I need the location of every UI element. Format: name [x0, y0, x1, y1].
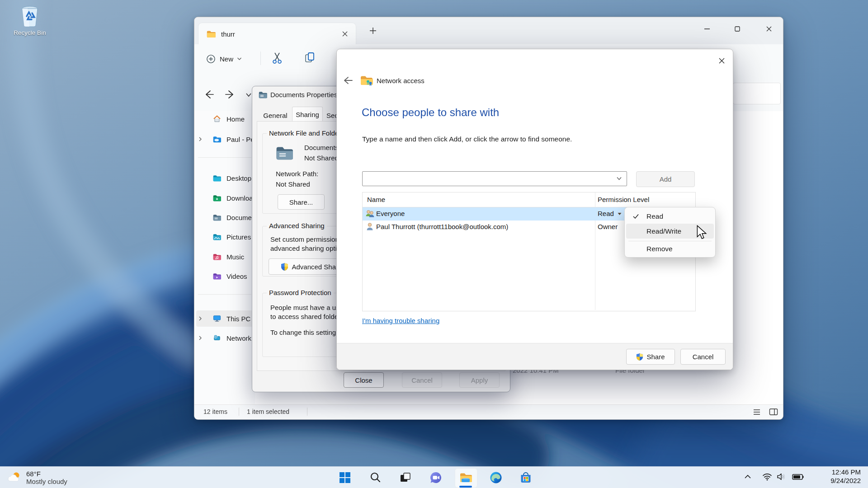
- trouble-sharing-link[interactable]: I'm having trouble sharing: [362, 317, 439, 324]
- tab-general[interactable]: General: [261, 109, 289, 122]
- add-button[interactable]: Add: [636, 171, 695, 187]
- sidebar-item-onedrive[interactable]: Paul - Personal: [194, 131, 255, 147]
- onedrive-folder-icon: [213, 136, 221, 143]
- documents-properties-icon: [259, 91, 267, 99]
- apply-button[interactable]: Apply: [459, 372, 500, 388]
- volume-icon[interactable]: [777, 473, 787, 481]
- videos-folder-icon: [213, 273, 221, 280]
- network-access-icon: [360, 75, 373, 86]
- status-items-count: 12 items: [203, 408, 227, 415]
- network-path-value: Not Shared: [276, 180, 310, 188]
- copy-icon[interactable]: [303, 51, 316, 65]
- home-icon: [213, 115, 221, 123]
- back-icon[interactable]: [340, 73, 356, 88]
- sidebar-item-documents[interactable]: Documents: [194, 209, 255, 225]
- wifi-icon[interactable]: [762, 473, 772, 481]
- recycle-bin-shortcut[interactable]: Recycle Bin: [8, 4, 52, 45]
- expand-chevron-icon[interactable]: [198, 316, 203, 321]
- desktop: Recycle Bin thurr: [0, 0, 868, 488]
- people-picker-input[interactable]: [362, 171, 627, 186]
- column-header-name[interactable]: Name: [367, 196, 385, 203]
- clock[interactable]: 12:46 PM 9/24/2022: [814, 468, 861, 487]
- back-icon[interactable]: [203, 89, 215, 100]
- table-header: Name Permission Level: [363, 192, 694, 207]
- cut-icon[interactable]: [270, 51, 284, 65]
- battery-icon[interactable]: [792, 474, 804, 480]
- sidebar-item-label: Pictures: [226, 233, 251, 241]
- recycle-bin-label: Recycle Bin: [8, 29, 52, 36]
- tab-sharing[interactable]: Sharing: [292, 107, 323, 122]
- weather-icon: [6, 471, 22, 484]
- shared-item-name: Documents: [304, 144, 339, 151]
- maximize-icon[interactable]: [727, 19, 748, 39]
- start-button-icon[interactable]: [339, 472, 351, 483]
- shared-item-state: Not Shared: [304, 154, 339, 162]
- dialog-close-icon[interactable]: [715, 54, 728, 67]
- recycle-bin-icon: [19, 5, 40, 27]
- sidebar-item-pictures[interactable]: Pictures: [194, 229, 255, 245]
- store-icon[interactable]: [519, 471, 532, 484]
- minimize-icon[interactable]: [697, 19, 717, 39]
- chat-icon[interactable]: [429, 471, 442, 484]
- cancel-button[interactable]: Cancel: [402, 372, 442, 388]
- pictures-folder-icon: [213, 234, 221, 240]
- tab-close-icon[interactable]: [340, 29, 349, 38]
- task-view-icon[interactable]: [400, 472, 411, 483]
- permission-dropdown-caret-icon[interactable]: [618, 212, 622, 216]
- close-button[interactable]: Close: [344, 372, 384, 388]
- new-button[interactable]: New: [206, 51, 250, 67]
- weather-widget[interactable]: 68°F Mostly cloudy: [6, 468, 106, 488]
- details-view-icon[interactable]: [753, 408, 761, 416]
- weather-temperature: 68°F: [26, 470, 67, 478]
- picker-dropdown-chevron-icon[interactable]: [616, 176, 622, 181]
- row-name: Paul Thurrott (thurrott11book@outlook.co…: [376, 223, 508, 230]
- explorer-status-bar: 12 items 1 item selected: [194, 404, 783, 419]
- sidebar-item-label: Desktop: [226, 174, 251, 182]
- column-header-permission[interactable]: Permission Level: [598, 196, 649, 203]
- checkmark-icon: [632, 213, 639, 219]
- network-icon: [213, 334, 221, 342]
- sidebar-item-videos[interactable]: Videos: [194, 268, 255, 284]
- status-selection: 1 item selected: [247, 408, 289, 415]
- sidebar-item-music[interactable]: Music: [194, 249, 255, 265]
- weather-condition: Mostly cloudy: [26, 478, 67, 485]
- status-separator: [239, 408, 239, 416]
- dialog-footer: Share Cancel: [337, 343, 733, 370]
- explorer-sidebar: Home Paul - Personal Desktop: [194, 111, 255, 404]
- cancel-share-button[interactable]: Cancel: [680, 349, 726, 365]
- new-tab-icon[interactable]: [368, 26, 378, 36]
- password-line2: to access shared folders.: [270, 313, 346, 320]
- preview-pane-icon[interactable]: [769, 408, 778, 416]
- row-name: Everyone: [376, 210, 405, 217]
- search-icon[interactable]: [370, 472, 381, 483]
- tab-thurr[interactable]: thurr: [198, 23, 356, 45]
- new-button-label: New: [220, 55, 233, 63]
- status-separator: [307, 408, 307, 416]
- close-window-icon[interactable]: [759, 19, 779, 39]
- file-explorer-taskbar-icon[interactable]: [459, 471, 472, 484]
- sidebar-item-home[interactable]: Home: [194, 111, 255, 127]
- share-button[interactable]: Share: [626, 349, 675, 365]
- share-properties-button[interactable]: Share...: [278, 194, 325, 210]
- forward-icon[interactable]: [224, 89, 236, 100]
- music-folder-icon: [213, 253, 221, 260]
- network-path-label: Network Path:: [276, 170, 318, 178]
- toolbar-separator: [260, 52, 261, 65]
- recent-locations-chevron-icon[interactable]: [245, 92, 252, 98]
- explorer-tab-bar: thurr: [194, 17, 783, 44]
- downloads-folder-icon: [213, 195, 221, 202]
- edge-icon[interactable]: [490, 471, 502, 484]
- search-box[interactable]: [733, 83, 781, 104]
- expand-chevron-icon[interactable]: [198, 335, 203, 341]
- sidebar-item-this-pc[interactable]: This PC: [194, 310, 255, 327]
- menu-item-read[interactable]: Read: [626, 209, 714, 224]
- clock-time: 12:46 PM: [814, 468, 861, 476]
- sidebar-item-network[interactable]: Network: [194, 330, 255, 346]
- sidebar-item-desktop[interactable]: Desktop: [194, 170, 255, 186]
- sidebar-item-downloads[interactable]: Downloads: [194, 190, 255, 206]
- menu-item-remove[interactable]: Remove: [626, 242, 714, 256]
- expand-chevron-icon[interactable]: [198, 136, 203, 142]
- documents-folder-icon: [213, 214, 221, 221]
- sidebar-item-label: Music: [226, 253, 244, 261]
- tray-chevron-up-icon[interactable]: [744, 474, 751, 479]
